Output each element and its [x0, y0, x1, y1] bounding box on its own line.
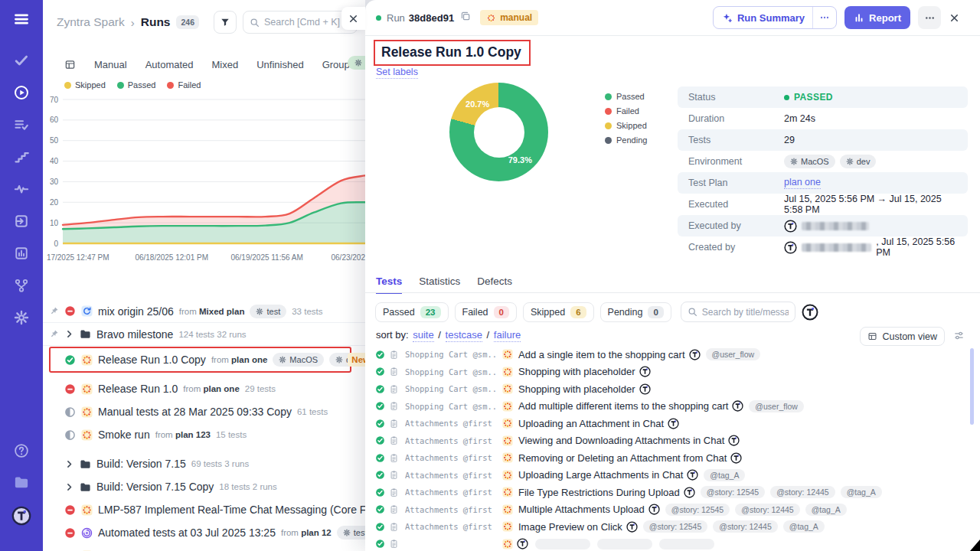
test-row[interactable]: Shopping Cart @sm...Add multiple differe…	[365, 398, 980, 416]
test-plan-link[interactable]: plan one	[784, 177, 821, 189]
test-tag: @tag_A	[805, 504, 847, 516]
run-group-row[interactable]: Bravo milestone124 tests 32 runs	[43, 323, 365, 346]
runs-search-input[interactable]	[264, 17, 351, 28]
test-title: Add a single item to the shopping cart	[518, 349, 685, 360]
sidebar-item-user-avatar[interactable]	[11, 506, 31, 528]
legend-label: Passed	[616, 92, 645, 101]
sidebar-item-tests-check[interactable]	[14, 53, 29, 70]
set-labels-link[interactable]: Set labels	[376, 67, 418, 79]
sidebar-item-settings-gear[interactable]	[14, 310, 29, 328]
sidebar-item-hamburger-menu[interactable]	[13, 11, 30, 30]
chevron-right-icon[interactable]	[64, 482, 74, 492]
sort-link-suite[interactable]: suite	[413, 329, 433, 342]
runs-tab-mixed[interactable]: Mixed	[212, 59, 239, 70]
scrollbar-thumb[interactable]	[970, 348, 974, 425]
environment-badge: MacOS	[784, 155, 835, 168]
search-icon	[250, 18, 260, 28]
run-summary-more-button[interactable]	[812, 7, 836, 28]
more-actions-button[interactable]	[918, 6, 941, 29]
chevron-right-icon[interactable]	[64, 459, 74, 469]
run-id: 38d8ed91	[409, 12, 454, 24]
folder-icon	[80, 481, 91, 493]
test-row[interactable]: Attachments @firstImage Preview on Click…	[365, 518, 980, 536]
detail-label: Duration	[688, 113, 784, 124]
test-row[interactable]: Attachments @firstViewing and Downloadin…	[365, 432, 980, 450]
run-status-aborted-icon	[64, 504, 76, 516]
test-status-passed-icon	[375, 487, 385, 497]
sidebar-item-reports-chart[interactable]	[14, 246, 29, 263]
run-group-row[interactable]: Build: Version 7.15 Copy18 tests 2 runs	[43, 475, 365, 498]
bar-chart-icon	[854, 12, 864, 23]
sort-link-failure[interactable]: failure	[494, 329, 521, 342]
view-settings-icon[interactable]	[953, 330, 965, 344]
sidebar-item-library-folder[interactable]	[14, 474, 29, 492]
test-row[interactable]: Shopping Cart @sm...Shopping with placeh…	[365, 380, 980, 398]
applied-env-filter-chip[interactable]: test	[348, 56, 365, 70]
test-status-passed-icon	[375, 401, 385, 411]
copy-run-id-button[interactable]	[460, 11, 471, 24]
filter-skipped[interactable]: Skipped6	[523, 302, 594, 322]
close-drawer-button[interactable]	[949, 12, 960, 24]
sidebar-item-runs-play[interactable]	[14, 85, 29, 103]
test-row[interactable]: Attachments @firstUploading an Attachmen…	[365, 415, 980, 432]
assignee-avatar-icon	[687, 469, 698, 481]
tab-defects[interactable]: Defects	[477, 276, 512, 294]
runs-tab-automated[interactable]: Automated	[145, 59, 194, 70]
run-type-badge: manual	[480, 10, 538, 25]
custom-view-button[interactable]: Custom view	[860, 327, 945, 346]
runs-tab-unfinished[interactable]: Unfinished	[256, 59, 303, 70]
tests-search-input[interactable]	[702, 307, 789, 318]
run-row[interactable]: LMP-587 Implement Real-Time Chat Messagi…	[43, 498, 365, 521]
drawer-close-button[interactable]	[341, 7, 365, 30]
run-title: Build: Version 7.15	[96, 458, 186, 470]
run-row[interactable]: Release Run 1.0 Copyfrom plan oneMacOSde…	[51, 348, 350, 371]
test-row[interactable]: Shopping Cart @sm...Add a single item to…	[365, 346, 980, 364]
tab-tests[interactable]: Tests	[376, 276, 402, 294]
filter-failed[interactable]: Failed0	[455, 302, 517, 322]
chevron-right-icon[interactable]	[64, 329, 74, 339]
sidebar-item-activity-pulse[interactable]	[14, 181, 29, 199]
run-row[interactable]: Smoke runfrom plan 12315 tests	[43, 423, 365, 446]
sidebar-item-test-cases-list[interactable]	[14, 117, 29, 135]
sidebar-item-help-circle[interactable]	[14, 443, 29, 461]
test-row[interactable]: Attachments @firstMultiple Attachments U…	[365, 501, 980, 519]
filter-pending[interactable]: Pending0	[600, 302, 671, 322]
breadcrumb-project[interactable]: Zyntra Spark	[57, 15, 125, 29]
run-summary-button[interactable]: Run Summary	[713, 6, 837, 29]
report-button[interactable]: Report	[844, 6, 910, 29]
run-status-aborted-icon	[64, 305, 76, 317]
filter-passed[interactable]: Passed23	[375, 302, 449, 322]
run-row[interactable]: Manual tests at 28 Mar 2025 09:33 (Relau…	[43, 544, 365, 551]
test-status-passed-icon	[375, 367, 385, 377]
legend-dot	[605, 93, 612, 100]
test-row[interactable]: Attachments @firstUploading Large Attach…	[365, 467, 980, 484]
assignee-filter-avatar-icon[interactable]	[802, 304, 818, 321]
app-root: Zyntra Spark › Runs 246 ManualAutomatedM…	[0, 0, 980, 551]
run-type-label: manual	[500, 12, 532, 23]
legend-label: Failed	[616, 106, 639, 116]
test-row[interactable]: Attachments @firstRemoving or Deleting a…	[365, 449, 980, 467]
test-row[interactable]: Attachments @firstFile Type Restrictions…	[365, 484, 980, 501]
tests-search	[681, 302, 795, 322]
run-row[interactable]: Release Run 1.0from plan one29 tests	[43, 377, 365, 400]
manual-test-icon	[502, 418, 513, 429]
legend-label: Pending	[616, 135, 647, 145]
run-row[interactable]: Automated tests at 03 Jul 2025 13:25from…	[43, 521, 365, 544]
tab-statistics[interactable]: Statistics	[419, 276, 460, 294]
sidebar-item-milestones-steps[interactable]	[14, 149, 29, 167]
detail-label: Test Plan	[688, 178, 784, 188]
sidebar-item-integrations-branch[interactable]	[14, 278, 29, 295]
run-group-row[interactable]: Build: Version 7.1569 tests 3 runs	[43, 452, 365, 475]
runs-tab-manual[interactable]: Manual	[94, 59, 127, 70]
environment-badge: test	[250, 305, 286, 318]
test-row[interactable]: Shopping Cart @sm...Shopping with placeh…	[365, 364, 980, 381]
run-title: Release Run 1.0 Copy	[98, 354, 206, 366]
bulk-edit-icon[interactable]	[64, 59, 76, 70]
run-row[interactable]: Manual tests at 28 Mar 2025 09:33 Copy61…	[43, 400, 365, 423]
sliders-icon	[953, 330, 965, 341]
sort-link-testcase[interactable]: testcase	[446, 329, 482, 342]
filter-button[interactable]	[214, 11, 237, 34]
tests-check-icon	[14, 53, 29, 68]
sidebar-item-imports-box[interactable]	[14, 214, 29, 231]
run-row[interactable]: mix origin 25/06from Mixed plantest33 te…	[43, 300, 365, 323]
